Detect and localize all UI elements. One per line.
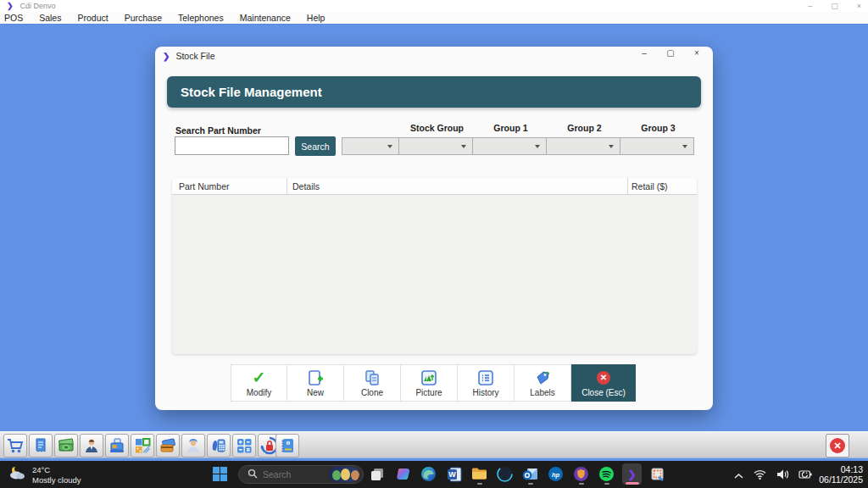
hp-icon[interactable]: hp: [546, 463, 565, 485]
menu-pos[interactable]: POS: [4, 13, 23, 23]
calculator-icon[interactable]: [232, 434, 256, 458]
search-part-number-label: Search Part Number: [175, 125, 261, 136]
screen: ❯ Cdi Denvo – ▢ × POS Sales Product Purc…: [0, 0, 868, 488]
receipt-icon[interactable]: [29, 434, 53, 458]
cdi-denvo-taskbar-icon[interactable]: ❯: [622, 463, 642, 485]
stock-group-label: Stock Group: [399, 123, 473, 135]
dialog-titlebar[interactable]: ❯ Stock File – ▢ ×: [155, 47, 713, 65]
column-retail[interactable]: Retail ($): [632, 181, 668, 191]
column-divider: [627, 178, 628, 195]
system-tray: [734, 468, 812, 483]
search-highlight-art: [329, 467, 359, 482]
column-details[interactable]: Details: [292, 181, 320, 191]
dialog-logo-icon: ❯: [163, 52, 170, 61]
alexa-icon[interactable]: [495, 463, 515, 485]
dialog-toolbar: ✓ Modify New Clone Picture: [231, 364, 636, 402]
group2-label: Group 2: [547, 123, 620, 135]
picture-icon: [420, 369, 437, 386]
snip-icon[interactable]: [648, 463, 667, 485]
weather-widget[interactable]: 24°C Mostly cloudy: [7, 463, 81, 487]
battery-icon[interactable]: [798, 468, 812, 483]
window-close-button[interactable]: ×: [857, 2, 861, 10]
shield-icon[interactable]: [571, 463, 591, 485]
labels-button[interactable]: Labels: [515, 364, 571, 402]
dialog-title: Stock File: [175, 51, 214, 61]
stock-group-select[interactable]: [399, 137, 473, 155]
check-icon: ✓: [253, 369, 266, 386]
group2-select[interactable]: [547, 137, 620, 155]
taskbar-search-input[interactable]: [263, 469, 329, 480]
dialog-maximize-button[interactable]: ▢: [665, 48, 676, 58]
picture-button[interactable]: Picture: [401, 364, 458, 402]
unlabeled-filter-spacer: [342, 123, 399, 135]
wifi-icon[interactable]: [754, 468, 766, 483]
cart-icon[interactable]: [3, 434, 27, 458]
group-filters: Stock Group Group 1 Group 2 Group 3: [342, 123, 694, 155]
task-view-icon[interactable]: [368, 463, 387, 485]
phone-icon[interactable]: [207, 434, 231, 458]
window-restore-button[interactable]: ▢: [831, 2, 838, 10]
weather-condition: Mostly cloudy: [32, 475, 81, 485]
history-list-icon: [477, 369, 494, 386]
category-select[interactable]: [342, 137, 399, 155]
table-body-empty: [172, 195, 697, 354]
part-number-input[interactable]: [175, 136, 289, 155]
dialog-minimize-button[interactable]: –: [638, 48, 650, 58]
explorer-icon[interactable]: [470, 463, 489, 485]
outlook-icon[interactable]: [520, 463, 540, 485]
app-titlebar: ❯ Cdi Denvo – ▢ ×: [0, 0, 868, 12]
chevron-up-icon[interactable]: [734, 468, 743, 483]
customer-icon[interactable]: [181, 434, 205, 458]
spotify-icon[interactable]: [597, 463, 616, 485]
clone-button[interactable]: Clone: [344, 364, 401, 402]
staff-icon[interactable]: [80, 434, 103, 458]
edge-icon[interactable]: [419, 463, 438, 485]
close-esc-button[interactable]: ✕ Close (Esc): [571, 364, 636, 402]
menu-bar: POS Sales Product Purchase Telephones Ma…: [0, 12, 868, 25]
dialog-header: Stock File Management: [167, 76, 701, 108]
search-button[interactable]: Search: [295, 136, 336, 156]
column-part-number[interactable]: Part Number: [179, 181, 230, 191]
new-document-icon: [307, 369, 324, 386]
stock-file-dialog: ❯ Stock File – ▢ × Stock File Management…: [155, 47, 713, 410]
volume-icon[interactable]: [776, 468, 788, 483]
menu-product[interactable]: Product: [77, 13, 108, 23]
menu-purchase[interactable]: Purchase: [125, 13, 162, 23]
app-title: Cdi Denvo: [20, 2, 56, 10]
clone-documents-icon: [364, 369, 381, 386]
column-divider: [287, 178, 287, 195]
app-logo-icon: ❯: [7, 2, 14, 10]
history-button[interactable]: History: [458, 364, 515, 402]
tiles-icon[interactable]: [131, 434, 154, 458]
taskbar-search[interactable]: [238, 465, 364, 484]
group1-label: Group 1: [473, 123, 547, 135]
menu-help[interactable]: Help: [307, 13, 326, 23]
weather-temp: 24°C: [32, 465, 81, 475]
cash-icon[interactable]: [54, 434, 78, 458]
copilot-icon[interactable]: [393, 463, 413, 485]
menu-telephones[interactable]: Telephones: [178, 13, 224, 23]
close-x-icon: ✕: [597, 369, 610, 386]
new-button[interactable]: New: [287, 364, 344, 402]
modify-button[interactable]: ✓ Modify: [231, 364, 287, 402]
table-header-row: Part Number Details Retail ($): [172, 178, 697, 195]
windows-taskbar: 24°C Mostly cloudy: [0, 461, 868, 488]
notebook-icon[interactable]: [275, 434, 299, 458]
group1-select[interactable]: [473, 137, 547, 155]
shortcut-bar: ✕: [0, 431, 868, 458]
group3-label: Group 3: [620, 123, 694, 135]
cards-icon[interactable]: [156, 434, 180, 458]
results-table: Part Number Details Retail ($): [172, 178, 697, 354]
word-icon[interactable]: W: [444, 463, 464, 485]
group3-select[interactable]: [620, 137, 694, 155]
window-minimize-button[interactable]: –: [808, 2, 812, 10]
taskbar-icons: W hp: [368, 463, 667, 485]
menu-sales[interactable]: Sales: [39, 13, 61, 23]
register-icon[interactable]: [105, 434, 129, 458]
taskbar-clock[interactable]: 04:13 06/11/2025: [819, 464, 863, 485]
clock-date: 06/11/2025: [819, 474, 863, 485]
dialog-close-button[interactable]: ×: [691, 48, 703, 58]
start-button[interactable]: [213, 467, 227, 485]
exit-icon[interactable]: ✕: [826, 434, 849, 458]
menu-maintenance[interactable]: Maintenance: [240, 13, 291, 23]
